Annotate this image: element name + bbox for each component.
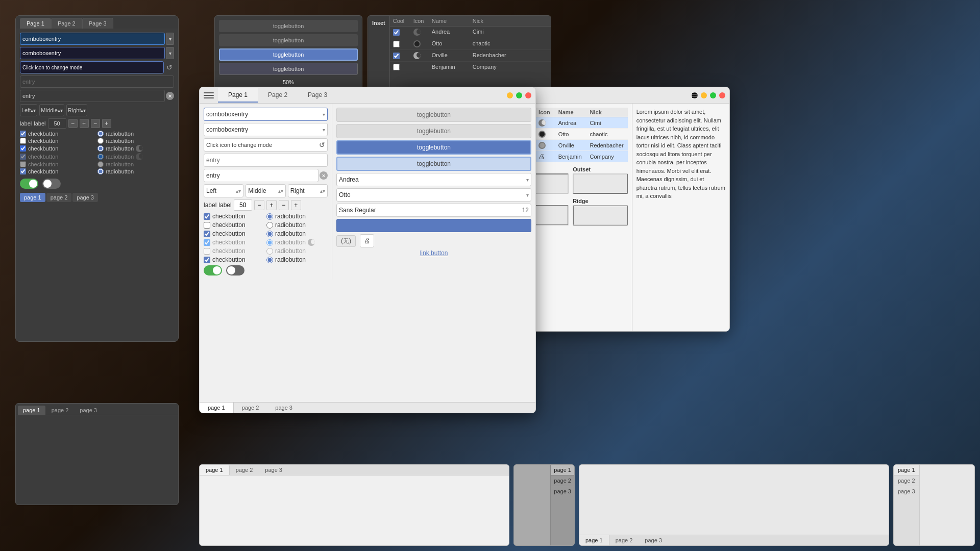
main-plus-btn2[interactable]: +	[291, 200, 301, 210]
nb2-tab3[interactable]: page 3	[551, 486, 574, 496]
main-cb5[interactable]	[204, 248, 210, 255]
entry1-dark[interactable]	[20, 76, 174, 88]
bottom-tab-p2[interactable]: page 2	[46, 193, 72, 202]
clear-button[interactable]: ✕	[166, 92, 174, 100]
dark-tab-page2[interactable]: Page 2	[51, 18, 82, 29]
dark-btab1[interactable]: page 1	[18, 406, 45, 415]
main-tab-p3[interactable]: Page 3	[298, 88, 337, 103]
checkbox1[interactable]	[20, 131, 26, 137]
radio2[interactable]	[97, 138, 104, 144]
radio1[interactable]	[97, 131, 104, 137]
row1-check[interactable]	[393, 29, 400, 36]
main-entry1[interactable]	[204, 154, 328, 167]
main-refresh-icon[interactable]: ↺	[319, 141, 325, 149]
dark-btab3[interactable]: page 3	[75, 406, 102, 415]
nb3-tab2[interactable]: page 2	[609, 535, 639, 545]
nb2-tab1[interactable]: page 1	[551, 465, 574, 475]
checkbox6[interactable]	[20, 168, 26, 174]
click-mode-input[interactable]	[20, 61, 164, 73]
nb4-tab3[interactable]: page 3	[894, 486, 919, 496]
main-entry2[interactable]	[204, 169, 318, 182]
main-rb5[interactable]	[266, 248, 273, 255]
large-menu[interactable]: ☰	[692, 92, 698, 98]
main-rb1[interactable]	[266, 213, 273, 220]
large-min[interactable]	[701, 92, 707, 98]
checkbox5[interactable]	[20, 161, 26, 167]
main-combo1-input[interactable]	[206, 111, 323, 118]
toggle2-dark[interactable]: togglebutton	[219, 34, 358, 46]
main-click-mode-input[interactable]	[206, 142, 319, 148]
entry2-dark[interactable]	[20, 90, 165, 102]
main-toggle4[interactable]: togglebutton	[336, 157, 531, 171]
large-max[interactable]	[710, 92, 716, 98]
main-toggle3[interactable]: togglebutton	[336, 140, 531, 155]
main-minus-btn1[interactable]: −	[254, 200, 264, 210]
nb4-tab2[interactable]: page 2	[894, 475, 919, 486]
radio6[interactable]	[97, 168, 104, 174]
right-combo-spin[interactable]: ▴▾	[81, 108, 86, 113]
main-rb2[interactable]	[266, 222, 273, 229]
main-num-input[interactable]	[234, 199, 252, 211]
main-link-btn[interactable]: link button	[336, 249, 531, 257]
toggle1-dark[interactable]: togglebutton	[219, 20, 358, 32]
main-color-btn[interactable]	[336, 219, 531, 232]
row2-check[interactable]	[393, 41, 400, 47]
dark-tab-page1[interactable]: Page 1	[20, 18, 51, 29]
main-btab-p3[interactable]: page 3	[267, 403, 301, 413]
row4-check[interactable]	[393, 64, 400, 70]
main-cb4[interactable]	[204, 239, 210, 246]
nb3-tab1[interactable]: page 1	[579, 535, 609, 545]
main-switch-on[interactable]	[204, 265, 222, 276]
middle-combo-spin[interactable]: ▴▾	[58, 108, 63, 113]
main-switch-off[interactable]	[226, 265, 244, 276]
nb1-tab2[interactable]: page 2	[230, 465, 259, 475]
minimize-btn[interactable]	[507, 92, 513, 98]
menu-icon[interactable]	[204, 90, 214, 101]
main-minus-btn2[interactable]: −	[279, 200, 289, 210]
switch-off-dark[interactable]	[42, 179, 61, 189]
checkbox3[interactable]	[20, 145, 26, 152]
combo1-spin[interactable]: ▾	[166, 33, 174, 45]
nb1-tab3[interactable]: page 3	[259, 465, 288, 475]
large-close[interactable]	[719, 92, 725, 98]
main-toggle2[interactable]: togglebutton	[336, 124, 531, 138]
plus-btn2-dark[interactable]: +	[102, 119, 111, 128]
main-cb3[interactable]	[204, 231, 210, 237]
main-tab-p1[interactable]: Page 1	[218, 88, 258, 103]
main-tab-p2[interactable]: Page 2	[258, 88, 298, 103]
row3-check[interactable]	[393, 53, 400, 59]
main-cb2[interactable]	[204, 222, 210, 229]
main-plus-btn1[interactable]: +	[266, 200, 277, 210]
maximize-btn[interactable]	[516, 92, 522, 98]
switch-on-dark[interactable]	[20, 179, 38, 189]
num-input-dark[interactable]	[48, 118, 66, 129]
dark-tab-page3[interactable]: Page 3	[82, 18, 113, 29]
dark-btab2[interactable]: page 2	[46, 406, 74, 415]
toggle3-dark[interactable]: togglebutton	[219, 48, 358, 61]
main-rb4[interactable]	[266, 239, 273, 246]
main-rb3[interactable]	[266, 231, 273, 237]
main-btab-p1[interactable]: page 1	[200, 403, 234, 413]
close-btn[interactable]	[525, 92, 531, 98]
main-cb1[interactable]	[204, 213, 210, 220]
main-print-btn[interactable]: 🖨	[360, 234, 374, 247]
minus-btn-dark[interactable]: −	[68, 119, 78, 128]
main-combo2-input[interactable]	[206, 126, 323, 133]
combo2-spin[interactable]: ▾	[166, 47, 174, 59]
toggle4-dark[interactable]: togglebutton	[219, 63, 358, 75]
checkbox2[interactable]	[20, 138, 26, 144]
radio3[interactable]	[97, 145, 104, 152]
combo2-input[interactable]: comboboxentry	[20, 47, 165, 59]
radio5[interactable]	[97, 161, 104, 167]
main-rb6[interactable]	[266, 257, 273, 263]
main-cb6[interactable]	[204, 257, 210, 263]
nb3-tab3[interactable]: page 3	[639, 535, 668, 545]
nb2-tab2[interactable]: page 2	[551, 475, 574, 486]
combo1-input[interactable]: comboboxentry	[20, 33, 165, 45]
minus-btn2-dark[interactable]: −	[91, 119, 100, 128]
main-btab-p2[interactable]: page 2	[234, 403, 267, 413]
nb4-tab1[interactable]: page 1	[894, 465, 919, 475]
plus-btn-dark[interactable]: +	[80, 119, 89, 128]
left-combo-spin[interactable]: ▴▾	[31, 108, 36, 113]
radio4[interactable]	[97, 154, 104, 160]
